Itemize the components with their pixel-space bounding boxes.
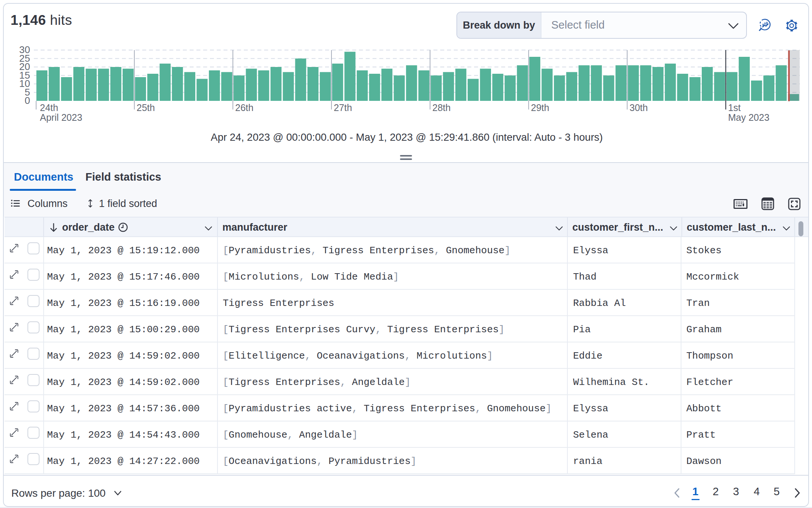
svg-text:30th: 30th (630, 102, 648, 113)
svg-text:30: 30 (19, 44, 30, 55)
svg-text:May 2023: May 2023 (728, 112, 769, 123)
svg-text:28th: 28th (432, 102, 451, 113)
svg-text:26th: 26th (235, 102, 254, 113)
svg-text:25th: 25th (137, 102, 155, 113)
svg-text:24th: 24th (40, 102, 58, 113)
svg-text:April 2023: April 2023 (40, 112, 82, 123)
svg-text:27th: 27th (334, 102, 352, 113)
svg-text:29th: 29th (531, 102, 549, 113)
svg-text:1st: 1st (728, 102, 741, 113)
